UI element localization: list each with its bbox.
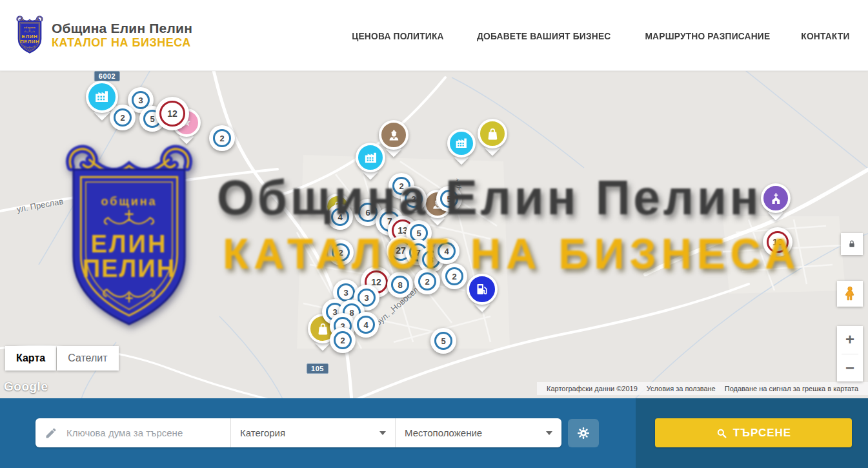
map-type-map-button[interactable]: Карта <box>5 346 56 371</box>
front-pin-layer <box>0 71 868 398</box>
map-attribution: Картографски данни ©2019 Условия за полз… <box>537 382 868 395</box>
terms-of-use-link[interactable]: Условия за ползване <box>642 385 720 392</box>
pegman-icon <box>842 284 858 303</box>
keyword-field <box>35 418 230 447</box>
category-select-label: Категория <box>240 427 379 438</box>
search-submit-panel: ТЪРСЕНЕ <box>636 398 868 468</box>
nav-item-add-business[interactable]: ДОБАВЕТЕ ВАШИЯТ БИЗНЕС <box>477 30 611 41</box>
chevron-down-icon <box>546 431 552 435</box>
category-pin-factory[interactable] <box>447 129 476 163</box>
map-type-control: Карта Сателит <box>5 346 119 371</box>
bag-icon <box>485 127 500 141</box>
brand-title: Община Елин Пелин <box>52 21 192 37</box>
factory-icon <box>363 150 378 165</box>
fuel-icon <box>474 281 490 297</box>
pin-circle <box>356 143 385 172</box>
gear-icon <box>576 426 590 440</box>
location-select-label: Местоположение <box>405 427 546 438</box>
pin-circle <box>478 119 507 148</box>
category-pin-factory[interactable] <box>356 143 385 178</box>
pin-circle <box>86 81 118 113</box>
chevron-down-icon <box>379 431 386 435</box>
church-icon <box>769 191 783 206</box>
pin-circle <box>447 129 476 158</box>
advanced-settings-button[interactable] <box>568 419 599 447</box>
map-canvas[interactable]: 325122235467135227784212823338342510 общ… <box>0 71 868 398</box>
nav-item-pricing[interactable]: ЦЕНОВА ПОЛИТИКА <box>352 30 443 41</box>
category-pin-factory[interactable] <box>86 81 118 119</box>
zoom-in-button[interactable]: + <box>837 326 863 354</box>
pin-circle <box>761 183 791 213</box>
zoom-control: + − <box>837 326 863 382</box>
nav-item-contacts[interactable]: КОНТАКТИ <box>801 30 849 41</box>
search-button-label: ТЪРСЕНЕ <box>733 427 791 440</box>
brand-subtitle: КАТАЛОГ НА БИЗНЕСА <box>52 36 192 50</box>
factory-icon <box>94 88 110 105</box>
report-map-error-link[interactable]: Подаване на сигнал за грешка в картата <box>720 385 863 392</box>
map-type-satellite-button[interactable]: Сателит <box>57 346 118 371</box>
worker-icon <box>387 128 401 143</box>
category-pin-fuel[interactable] <box>467 274 498 310</box>
category-select[interactable]: Категория <box>230 418 395 447</box>
svg-text:ПЕЛИН: ПЕЛИН <box>20 39 39 45</box>
attribution-copyright: Картографски данни ©2019 <box>542 385 642 392</box>
factory-icon <box>454 136 469 150</box>
search-bar: Категория Местоположение <box>0 398 868 468</box>
nav-item-bus-schedule[interactable]: МАРШРУТНО РАЗПИСАНИЕ <box>645 30 771 41</box>
site-logo[interactable]: община ЕЛИН ПЕЛИН Община Елин Пелин КАТА… <box>14 14 192 57</box>
svg-text:община: община <box>24 26 35 29</box>
street-view-pegman-button[interactable] <box>837 281 863 307</box>
main-nav: ЦЕНОВА ПОЛИТИКАДОБАВЕТЕ ВАШИЯТ БИЗНЕСМАР… <box>348 0 852 71</box>
site-header: община ЕЛИН ПЕЛИН Община Елин Пелин КАТА… <box>0 0 868 71</box>
location-select[interactable]: Местоположение <box>395 418 561 447</box>
municipality-crest-logo: община ЕЛИН ПЕЛИН <box>14 14 45 57</box>
search-button[interactable]: ТЪРСЕНЕ <box>655 418 852 447</box>
keyword-input[interactable] <box>65 427 221 439</box>
svg-text:ЕЛИН: ЕЛИН <box>22 34 38 39</box>
pencil-icon <box>45 427 57 440</box>
category-pin-church[interactable] <box>761 183 791 219</box>
pin-circle <box>467 274 498 305</box>
category-pin-bag[interactable] <box>478 119 507 154</box>
search-controls: Категория Местоположение <box>35 418 561 447</box>
search-icon <box>716 427 727 439</box>
google-logo[interactable]: Google <box>4 380 48 394</box>
lock-control-button[interactable] <box>841 233 863 255</box>
zoom-out-button[interactable]: − <box>837 354 863 382</box>
lock-icon <box>847 239 857 249</box>
